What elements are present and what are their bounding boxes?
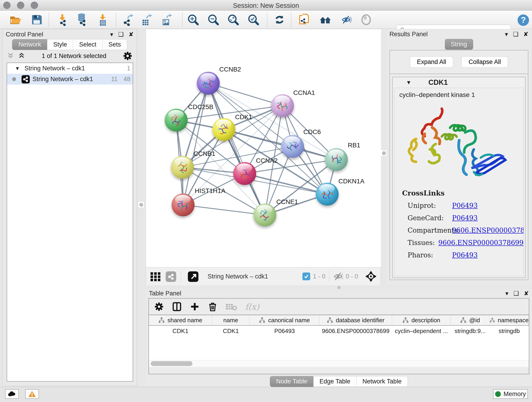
- expand-all-tree-icon[interactable]: [7, 52, 14, 60]
- save-session-icon[interactable]: [30, 13, 43, 26]
- float-panel-icon[interactable]: ❑: [513, 31, 518, 37]
- collapse-all-button[interactable]: Collapse All: [462, 56, 508, 68]
- collection-expander-icon[interactable]: ▼: [15, 65, 20, 71]
- float-panel-icon[interactable]: ❑: [118, 32, 123, 37]
- import-network-database-icon[interactable]: [76, 13, 89, 26]
- zoom-selected-icon[interactable]: [247, 13, 260, 26]
- network-share-icon[interactable]: [165, 270, 177, 282]
- network-node-ccnb2[interactable]: [197, 72, 220, 95]
- close-panel-icon[interactable]: ✘: [524, 290, 529, 296]
- preview-eye-icon[interactable]: [360, 13, 373, 26]
- tab-sets[interactable]: Sets: [103, 39, 127, 50]
- add-column-icon[interactable]: [190, 302, 200, 312]
- column-header-database-identifier[interactable]: database identifier: [319, 315, 392, 325]
- left-splitter-handle[interactable]: [138, 201, 144, 208]
- collapse-all-tree-icon[interactable]: [18, 52, 25, 60]
- network-tree: ▼ String Network – cdk1 1 String Network…: [7, 63, 133, 382]
- column-header--id[interactable]: @id: [451, 315, 490, 325]
- tab-node-table[interactable]: Node Table: [270, 376, 313, 387]
- crosslink-value-link[interactable]: P06493: [452, 214, 478, 222]
- gene-description: cyclin–dependent kinase 1: [394, 88, 524, 99]
- zoom-fit-icon[interactable]: [227, 13, 240, 26]
- table-header-row: shared namenamecanonical namedatabase id…: [149, 315, 529, 326]
- tab-network-table[interactable]: Network Table: [356, 376, 408, 387]
- table-cell[interactable]: stringdb: [490, 326, 529, 336]
- open-session-icon[interactable]: [9, 13, 22, 26]
- network-node-ccna1[interactable]: [271, 94, 294, 117]
- warnings-button[interactable]: [25, 389, 39, 399]
- import-table-icon[interactable]: [96, 13, 109, 26]
- expand-all-button[interactable]: Expand All: [410, 56, 453, 68]
- crosslink-value-link[interactable]: 9606.ENSP00000378699: [452, 226, 524, 234]
- homes-icon[interactable]: [319, 13, 332, 26]
- close-panel-icon[interactable]: ✘: [128, 32, 133, 37]
- column-header-canonical-name[interactable]: canonical name: [250, 315, 319, 325]
- panel-menu-icon[interactable]: ▾: [505, 290, 508, 296]
- crosshair-icon[interactable]: [365, 270, 377, 282]
- panel-menu-icon[interactable]: ▾: [505, 31, 508, 37]
- network-edge[interactable]: [183, 83, 208, 205]
- zoom-in-icon[interactable]: [187, 13, 200, 26]
- tab-network[interactable]: Network: [12, 39, 47, 50]
- cloud-button[interactable]: [5, 389, 19, 399]
- crosslink-value-link[interactable]: P06493: [452, 251, 478, 259]
- scrollbar-thumb[interactable]: [151, 361, 192, 366]
- table-options-gear-icon[interactable]: [154, 302, 164, 312]
- network-node-cdc25b[interactable]: [165, 109, 188, 132]
- network-canvas[interactable]: CCNB2CCNA1CDC25BCDK1CDC6RB1CCNB1CCNA2CDK…: [146, 29, 381, 267]
- tab-style[interactable]: Style: [47, 39, 73, 50]
- help-icon[interactable]: ?: [517, 14, 530, 27]
- network-node-cdkn1a[interactable]: [316, 183, 339, 206]
- column-header-namespace[interactable]: namespace: [490, 315, 529, 325]
- node-label-cdkn1a: CDKN1A: [338, 178, 365, 185]
- table-cell[interactable]: stringdb:9...: [451, 326, 490, 336]
- crosslink-value-link[interactable]: P06493: [452, 202, 478, 210]
- network-node-cdk1[interactable]: [212, 118, 235, 141]
- table-cell[interactable]: cyclin–dependent ...: [392, 326, 451, 336]
- export-image-icon[interactable]: [160, 13, 173, 26]
- network-options-gear-icon[interactable]: [123, 51, 133, 61]
- gene-expander-icon[interactable]: ▼: [406, 79, 412, 86]
- horizontal-splitter[interactable]: [146, 286, 532, 289]
- network-node-ccnb1[interactable]: [171, 156, 194, 179]
- tab-edge-table[interactable]: Edge Table: [313, 376, 356, 387]
- table-cell[interactable]: CDK1: [212, 326, 250, 336]
- zoom-out-icon[interactable]: [207, 13, 220, 26]
- birdseye-grid-icon[interactable]: [150, 270, 162, 282]
- network-node-rb1[interactable]: [325, 148, 348, 171]
- clone-network-icon[interactable]: [298, 13, 311, 26]
- network-node-ccne1[interactable]: [253, 204, 276, 226]
- memory-button[interactable]: Memory: [493, 389, 528, 399]
- column-header-shared-name[interactable]: shared name: [149, 315, 212, 325]
- float-panel-icon[interactable]: ❑: [513, 290, 519, 296]
- right-splitter-handle[interactable]: [380, 150, 387, 156]
- splitter-handle-dot[interactable]: [337, 286, 341, 289]
- show-columns-icon[interactable]: [172, 302, 182, 312]
- hide-eye-icon[interactable]: [340, 13, 352, 26]
- network-collection-row[interactable]: ▼ String Network – cdk1 1: [7, 63, 133, 74]
- column-header-description[interactable]: description: [392, 315, 451, 325]
- network-node-ccna2[interactable]: [233, 162, 256, 185]
- selected-checkbox-icon[interactable]: [302, 273, 310, 280]
- network-node-cdc6[interactable]: [281, 135, 304, 158]
- delete-column-icon[interactable]: [208, 302, 218, 312]
- network-row[interactable]: String Network – cdk1 11 48: [7, 74, 133, 85]
- panel-menu-icon[interactable]: ▾: [110, 32, 113, 37]
- tab-string[interactable]: String: [445, 39, 473, 50]
- table-horizontal-scrollbar[interactable]: [149, 360, 529, 367]
- network-edge[interactable]: [183, 205, 265, 215]
- crosslink-value-link[interactable]: 9606.ENSP00000378699: [438, 239, 524, 247]
- refresh-icon[interactable]: [273, 13, 286, 26]
- column-header-name[interactable]: name: [212, 315, 250, 325]
- external-link-icon[interactable]: [187, 270, 199, 282]
- toolbar-separator: [116, 13, 116, 27]
- export-network-icon[interactable]: [121, 13, 134, 26]
- export-table-icon[interactable]: [140, 13, 153, 26]
- table-cell[interactable]: CDK1: [149, 326, 212, 336]
- table-cell[interactable]: P06493: [250, 326, 319, 336]
- tab-select[interactable]: Select: [73, 39, 102, 50]
- import-network-file-icon[interactable]: [56, 13, 69, 26]
- close-panel-icon[interactable]: ✘: [523, 31, 528, 37]
- table-cell[interactable]: 9606.ENSP00000378699: [319, 326, 392, 336]
- network-node-hist1h1a[interactable]: [172, 193, 195, 216]
